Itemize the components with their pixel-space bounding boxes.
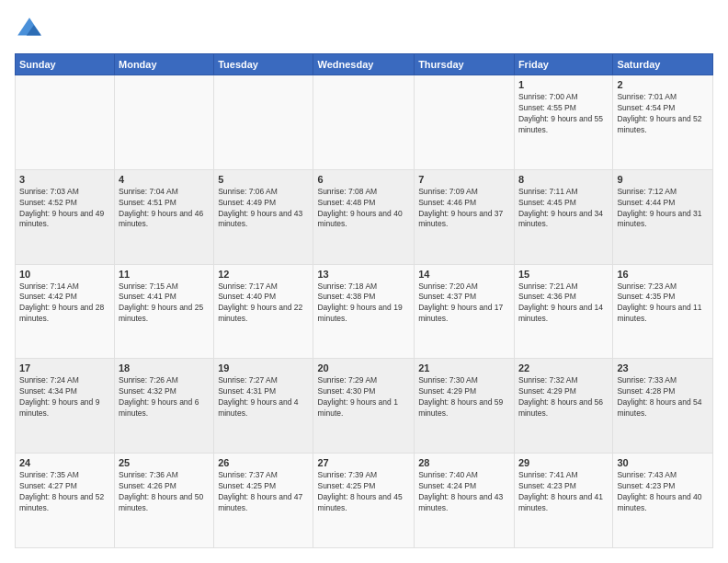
- week-row-3: 17Sunrise: 7:24 AM Sunset: 4:34 PM Dayli…: [16, 359, 713, 454]
- day-number: 14: [418, 269, 510, 280]
- day-info: Sunrise: 7:12 AM Sunset: 4:44 PM Dayligh…: [617, 187, 709, 231]
- calendar-cell: 15Sunrise: 7:21 AM Sunset: 4:36 PM Dayli…: [514, 264, 612, 359]
- day-info: Sunrise: 7:06 AM Sunset: 4:49 PM Dayligh…: [218, 187, 309, 231]
- header-day-friday: Friday: [514, 54, 612, 75]
- day-info: Sunrise: 7:29 AM Sunset: 4:30 PM Dayligh…: [317, 375, 410, 419]
- day-info: Sunrise: 7:33 AM Sunset: 4:28 PM Dayligh…: [617, 375, 709, 419]
- day-info: Sunrise: 7:36 AM Sunset: 4:26 PM Dayligh…: [119, 470, 210, 514]
- day-info: Sunrise: 7:32 AM Sunset: 4:29 PM Dayligh…: [518, 375, 609, 419]
- day-info: Sunrise: 7:01 AM Sunset: 4:54 PM Dayligh…: [617, 92, 709, 136]
- day-info: Sunrise: 7:00 AM Sunset: 4:55 PM Dayligh…: [518, 92, 609, 136]
- calendar-cell: 5Sunrise: 7:06 AM Sunset: 4:49 PM Daylig…: [214, 169, 313, 264]
- day-info: Sunrise: 7:11 AM Sunset: 4:45 PM Dayligh…: [518, 187, 609, 231]
- calendar-cell: [415, 75, 515, 170]
- day-number: 18: [119, 362, 210, 373]
- calendar-header: SundayMondayTuesdayWednesdayThursdayFrid…: [16, 54, 713, 75]
- calendar-cell: 9Sunrise: 7:12 AM Sunset: 4:44 PM Daylig…: [613, 169, 713, 264]
- calendar-cell: 21Sunrise: 7:30 AM Sunset: 4:29 PM Dayli…: [415, 359, 515, 454]
- calendar-cell: 2Sunrise: 7:01 AM Sunset: 4:54 PM Daylig…: [613, 75, 713, 170]
- day-info: Sunrise: 7:35 AM Sunset: 4:27 PM Dayligh…: [19, 470, 110, 514]
- calendar-cell: 29Sunrise: 7:41 AM Sunset: 4:23 PM Dayli…: [514, 454, 612, 548]
- calendar-cell: 27Sunrise: 7:39 AM Sunset: 4:25 PM Dayli…: [313, 454, 415, 548]
- calendar-cell: 11Sunrise: 7:15 AM Sunset: 4:41 PM Dayli…: [115, 264, 214, 359]
- day-number: 13: [317, 269, 410, 280]
- day-number: 20: [317, 362, 410, 373]
- calendar-cell: 22Sunrise: 7:32 AM Sunset: 4:29 PM Dayli…: [514, 359, 612, 454]
- calendar-cell: 13Sunrise: 7:18 AM Sunset: 4:38 PM Dayli…: [313, 264, 415, 359]
- header: [15, 15, 713, 44]
- day-info: Sunrise: 7:26 AM Sunset: 4:32 PM Dayligh…: [119, 375, 210, 419]
- calendar-table: SundayMondayTuesdayWednesdayThursdayFrid…: [15, 53, 713, 548]
- week-row-4: 24Sunrise: 7:35 AM Sunset: 4:27 PM Dayli…: [16, 454, 713, 548]
- day-info: Sunrise: 7:41 AM Sunset: 4:23 PM Dayligh…: [518, 470, 609, 514]
- calendar-cell: 18Sunrise: 7:26 AM Sunset: 4:32 PM Dayli…: [115, 359, 214, 454]
- day-number: 15: [518, 269, 609, 280]
- day-info: Sunrise: 7:14 AM Sunset: 4:42 PM Dayligh…: [19, 282, 110, 326]
- day-number: 19: [218, 362, 309, 373]
- day-number: 8: [518, 174, 609, 185]
- day-number: 30: [617, 457, 709, 468]
- page: SundayMondayTuesdayWednesdayThursdayFrid…: [0, 0, 728, 563]
- calendar-cell: 24Sunrise: 7:35 AM Sunset: 4:27 PM Dayli…: [16, 454, 115, 548]
- day-info: Sunrise: 7:03 AM Sunset: 4:52 PM Dayligh…: [19, 187, 110, 231]
- header-day-monday: Monday: [115, 54, 214, 75]
- day-number: 23: [617, 362, 709, 373]
- calendar-cell: 23Sunrise: 7:33 AM Sunset: 4:28 PM Dayli…: [613, 359, 713, 454]
- calendar-cell: 14Sunrise: 7:20 AM Sunset: 4:37 PM Dayli…: [415, 264, 515, 359]
- calendar-cell: 30Sunrise: 7:43 AM Sunset: 4:23 PM Dayli…: [613, 454, 713, 548]
- week-row-1: 3Sunrise: 7:03 AM Sunset: 4:52 PM Daylig…: [16, 169, 713, 264]
- calendar-cell: 26Sunrise: 7:37 AM Sunset: 4:25 PM Dayli…: [214, 454, 313, 548]
- day-info: Sunrise: 7:23 AM Sunset: 4:35 PM Dayligh…: [617, 282, 709, 326]
- day-number: 1: [518, 79, 609, 90]
- header-row: SundayMondayTuesdayWednesdayThursdayFrid…: [16, 54, 713, 75]
- day-info: Sunrise: 7:43 AM Sunset: 4:23 PM Dayligh…: [617, 470, 709, 514]
- calendar-cell: 20Sunrise: 7:29 AM Sunset: 4:30 PM Dayli…: [313, 359, 415, 454]
- day-info: Sunrise: 7:27 AM Sunset: 4:31 PM Dayligh…: [218, 375, 309, 419]
- day-number: 3: [19, 174, 110, 185]
- day-number: 17: [19, 362, 110, 373]
- header-day-sunday: Sunday: [16, 54, 115, 75]
- week-row-2: 10Sunrise: 7:14 AM Sunset: 4:42 PM Dayli…: [16, 264, 713, 359]
- day-number: 21: [418, 362, 510, 373]
- header-day-wednesday: Wednesday: [313, 54, 415, 75]
- day-number: 24: [19, 457, 110, 468]
- day-number: 29: [518, 457, 609, 468]
- logo: [15, 15, 48, 44]
- day-number: 12: [218, 269, 309, 280]
- logo-icon: [15, 15, 44, 44]
- day-info: Sunrise: 7:40 AM Sunset: 4:24 PM Dayligh…: [418, 470, 510, 514]
- day-info: Sunrise: 7:20 AM Sunset: 4:37 PM Dayligh…: [418, 282, 510, 326]
- calendar-cell: 8Sunrise: 7:11 AM Sunset: 4:45 PM Daylig…: [514, 169, 612, 264]
- calendar-cell: 17Sunrise: 7:24 AM Sunset: 4:34 PM Dayli…: [16, 359, 115, 454]
- calendar: SundayMondayTuesdayWednesdayThursdayFrid…: [15, 53, 713, 548]
- day-info: Sunrise: 7:24 AM Sunset: 4:34 PM Dayligh…: [19, 375, 110, 419]
- calendar-cell: 6Sunrise: 7:08 AM Sunset: 4:48 PM Daylig…: [313, 169, 415, 264]
- calendar-cell: 28Sunrise: 7:40 AM Sunset: 4:24 PM Dayli…: [415, 454, 515, 548]
- day-number: 4: [119, 174, 210, 185]
- day-number: 6: [317, 174, 410, 185]
- day-number: 9: [617, 174, 709, 185]
- day-info: Sunrise: 7:21 AM Sunset: 4:36 PM Dayligh…: [518, 282, 609, 326]
- day-info: Sunrise: 7:09 AM Sunset: 4:46 PM Dayligh…: [418, 187, 510, 231]
- calendar-cell: 19Sunrise: 7:27 AM Sunset: 4:31 PM Dayli…: [214, 359, 313, 454]
- header-day-tuesday: Tuesday: [214, 54, 313, 75]
- header-day-saturday: Saturday: [613, 54, 713, 75]
- day-info: Sunrise: 7:15 AM Sunset: 4:41 PM Dayligh…: [119, 282, 210, 326]
- day-number: 28: [418, 457, 510, 468]
- day-number: 16: [617, 269, 709, 280]
- calendar-cell: [115, 75, 214, 170]
- week-row-0: 1Sunrise: 7:00 AM Sunset: 4:55 PM Daylig…: [16, 75, 713, 170]
- calendar-cell: 16Sunrise: 7:23 AM Sunset: 4:35 PM Dayli…: [613, 264, 713, 359]
- calendar-cell: [16, 75, 115, 170]
- calendar-cell: 1Sunrise: 7:00 AM Sunset: 4:55 PM Daylig…: [514, 75, 612, 170]
- day-info: Sunrise: 7:18 AM Sunset: 4:38 PM Dayligh…: [317, 282, 410, 326]
- day-number: 11: [119, 269, 210, 280]
- calendar-cell: 7Sunrise: 7:09 AM Sunset: 4:46 PM Daylig…: [415, 169, 515, 264]
- calendar-body: 1Sunrise: 7:00 AM Sunset: 4:55 PM Daylig…: [16, 75, 713, 548]
- calendar-cell: 12Sunrise: 7:17 AM Sunset: 4:40 PM Dayli…: [214, 264, 313, 359]
- day-number: 5: [218, 174, 309, 185]
- calendar-cell: 4Sunrise: 7:04 AM Sunset: 4:51 PM Daylig…: [115, 169, 214, 264]
- day-info: Sunrise: 7:08 AM Sunset: 4:48 PM Dayligh…: [317, 187, 410, 231]
- day-number: 2: [617, 79, 709, 90]
- day-number: 7: [418, 174, 510, 185]
